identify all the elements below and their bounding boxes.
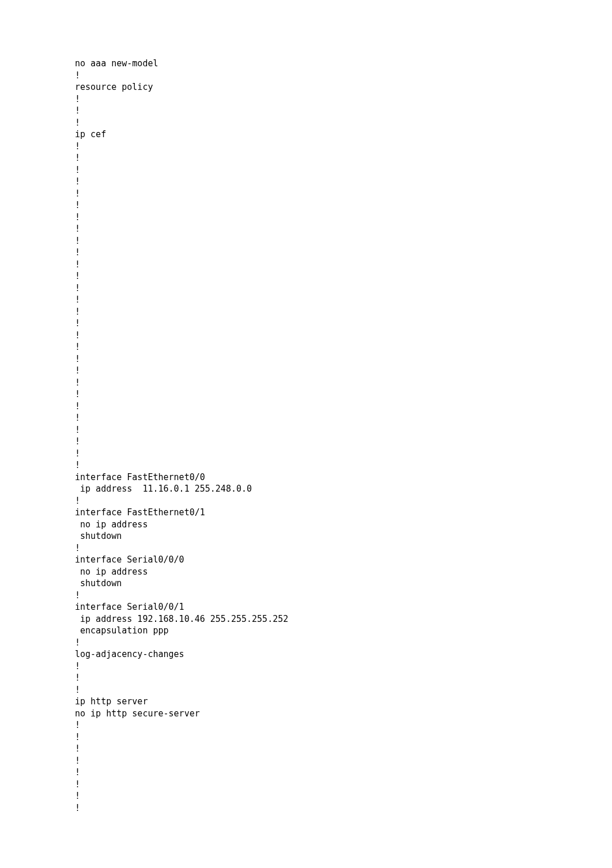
router-config-text: no aaa new-model ! resource policy ! ! !… bbox=[75, 58, 537, 814]
